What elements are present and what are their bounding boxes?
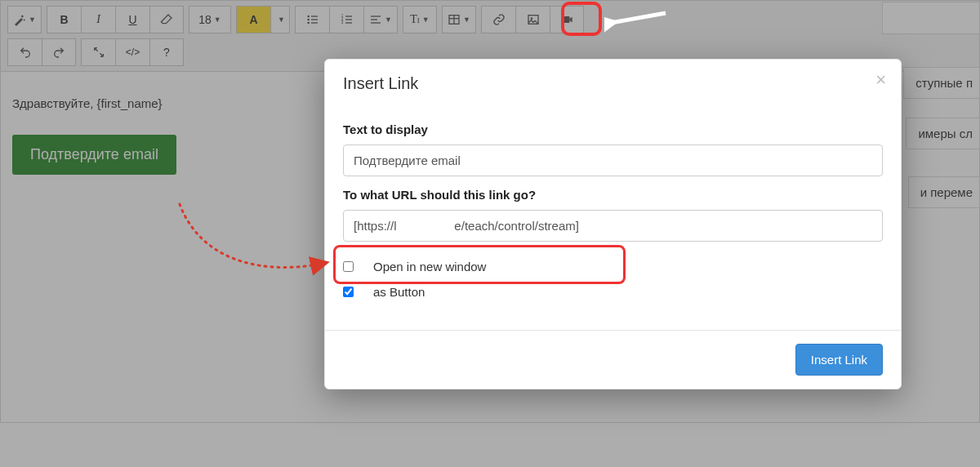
url-input[interactable]: [343, 210, 883, 242]
text-to-display-input[interactable]: [343, 145, 883, 176]
open-new-window-label: Open in new window: [373, 260, 486, 274]
as-button-label: as Button: [373, 285, 425, 299]
modal-header: Insert Link ×: [325, 60, 901, 106]
modal-close-button[interactable]: ×: [875, 71, 886, 89]
insert-link-submit-button[interactable]: Insert Link: [795, 344, 883, 376]
open-new-window-checkbox[interactable]: [343, 261, 354, 272]
modal-title: Insert Link: [343, 74, 883, 93]
as-button-checkbox[interactable]: [343, 287, 354, 297]
url-label: To what URL should this link go?: [343, 188, 883, 202]
insert-link-modal: Insert Link × Text to display To what UR…: [324, 59, 902, 389]
text-to-display-label: Text to display: [343, 122, 883, 136]
